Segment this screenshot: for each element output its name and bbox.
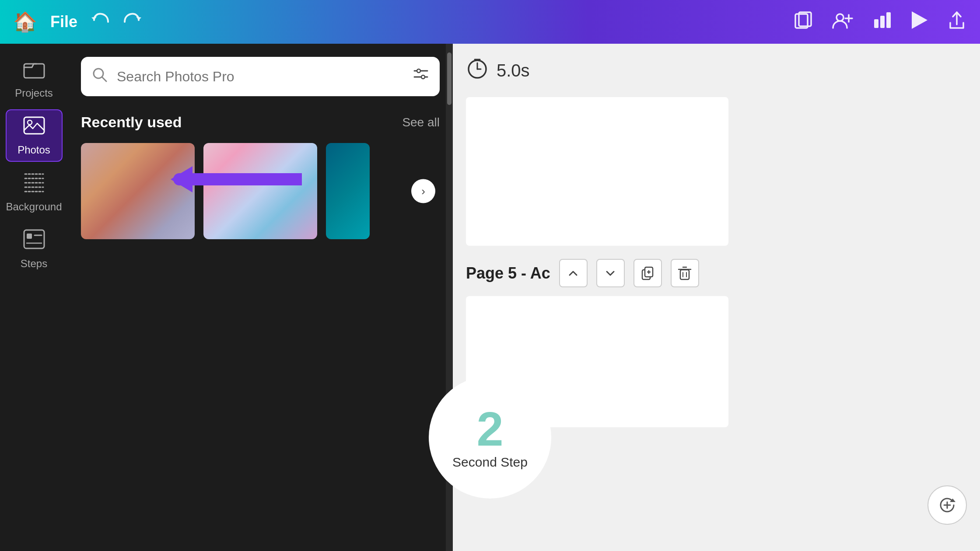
step-number: 2	[476, 405, 503, 453]
projects-label: Projects	[15, 87, 53, 99]
svg-point-14	[28, 120, 32, 125]
photos-label: Photos	[18, 144, 50, 156]
svg-marker-0	[91, 17, 97, 20]
sidebar: Projects Photos Background	[0, 44, 68, 551]
file-menu[interactable]: File	[50, 13, 77, 31]
add-collaborator-icon[interactable]	[831, 10, 854, 35]
collapse-panel-button[interactable]: ‹	[452, 280, 453, 315]
svg-marker-30	[171, 166, 192, 192]
see-all-button[interactable]: See all	[402, 115, 440, 129]
svg-rect-9	[886, 12, 891, 28]
svg-point-27	[417, 69, 420, 73]
svg-point-29	[421, 75, 425, 79]
home-icon[interactable]: 🏠	[13, 10, 37, 33]
redo-button[interactable]	[123, 10, 142, 34]
page-label: Page 5 - Ac	[466, 264, 550, 282]
scrollbar-thumb	[447, 52, 452, 105]
photos-icon	[23, 115, 45, 140]
steps-icon	[23, 229, 45, 254]
svg-rect-7	[874, 19, 878, 28]
search-input[interactable]	[117, 69, 404, 85]
undo-button[interactable]	[91, 10, 110, 34]
page-down-button[interactable]	[596, 259, 625, 287]
svg-marker-1	[136, 17, 141, 20]
page-up-button[interactable]	[559, 259, 588, 287]
arrow-annotation	[144, 153, 302, 207]
grid-next-button[interactable]: ›	[411, 179, 435, 203]
svg-line-25	[102, 77, 106, 81]
timer-value: 5.0s	[497, 61, 530, 80]
page-controls: Page 5 - Ac	[466, 259, 967, 287]
svg-rect-8	[880, 16, 885, 28]
timer-bar: 5.0s	[466, 57, 967, 84]
page-copy-button[interactable]	[634, 259, 662, 287]
header-right-group	[793, 10, 967, 35]
sidebar-item-photos[interactable]: Photos	[6, 109, 63, 162]
search-bar	[81, 57, 440, 96]
second-step-circle: 2 Second Step	[429, 376, 551, 499]
pages-icon[interactable]	[793, 10, 814, 35]
refresh-plus-button[interactable]	[928, 485, 967, 525]
header-bar: 🏠 File	[0, 0, 980, 44]
sidebar-item-background[interactable]: Background	[6, 166, 63, 219]
page-delete-button[interactable]	[671, 259, 699, 287]
chart-icon[interactable]	[872, 10, 892, 35]
timer-icon	[466, 57, 489, 84]
header-left-group: 🏠 File	[13, 10, 142, 34]
step-label: Second Step	[452, 455, 528, 470]
svg-rect-20	[24, 230, 44, 248]
svg-rect-21	[27, 234, 32, 239]
projects-icon	[23, 59, 45, 84]
photo-thumb-3[interactable]	[326, 143, 370, 239]
share-icon[interactable]	[947, 10, 967, 35]
sidebar-item-steps[interactable]: Steps	[6, 223, 63, 276]
recently-used-header: Recently used See all	[81, 114, 440, 131]
steps-label: Steps	[21, 258, 47, 270]
svg-rect-39	[680, 270, 689, 279]
filter-icon[interactable]	[413, 66, 429, 87]
background-icon	[23, 172, 45, 197]
svg-rect-12	[24, 64, 44, 78]
svg-rect-13	[24, 117, 44, 134]
sidebar-item-projects[interactable]: Projects	[6, 52, 63, 105]
svg-marker-10	[912, 11, 928, 29]
svg-point-4	[836, 14, 844, 21]
background-label: Background	[6, 201, 62, 213]
search-icon	[91, 66, 108, 87]
canvas-area-1[interactable]	[466, 97, 728, 246]
photos-panel: Recently used See all › ‹	[68, 44, 453, 551]
play-icon[interactable]	[910, 10, 929, 35]
recently-used-title: Recently used	[81, 114, 182, 131]
